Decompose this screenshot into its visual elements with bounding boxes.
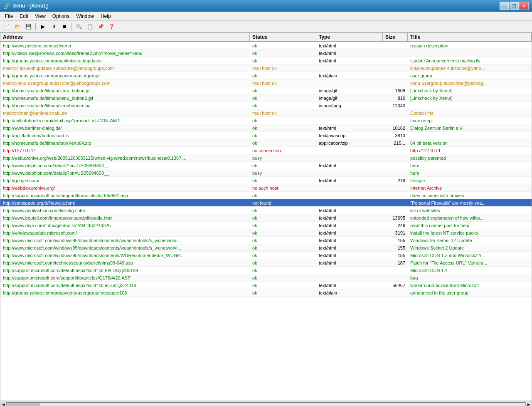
table-row[interactable]: http://www.delphion.com/details?pn=US056… [0, 162, 532, 169]
cell-address: http://support.microsoft.com/support/kb/… [0, 193, 250, 198]
table-row[interactable]: http://www.microsoft.com/windows95/downl… [0, 252, 532, 259]
save-button[interactable]: 💾 [23, 22, 33, 31]
cell-type [316, 120, 383, 121]
table-row[interactable]: http://groups.yahoo.com/group/xenu-userg… [0, 289, 532, 297]
table-row[interactable]: mailto:tilman@berliner.snafu.de mail hos… [0, 109, 532, 117]
table-row[interactable]: http://www.delphion.com/details?pn=US056… [0, 169, 532, 177]
cell-type: text/html [316, 58, 383, 64]
table-row[interactable]: http://google.com/ ok text/html 219 Goog… [0, 177, 532, 184]
table-row[interactable]: http://samspade.org/d/firewalls.html not… [0, 199, 532, 207]
cell-status: ok [250, 245, 316, 251]
stop-button[interactable]: ⏹ [59, 22, 69, 31]
menu-window[interactable]: Window [73, 12, 97, 20]
pause-button[interactable]: ⏸ [49, 22, 59, 31]
cell-status: ok [250, 208, 316, 213]
col-address: Address [0, 33, 250, 41]
table-row[interactable]: http://videos.webpronews.com/video/frame… [0, 50, 532, 57]
hscroll-right[interactable]: ▶ [525, 402, 532, 406]
table-row[interactable]: http://home.snafu.de/tilman/tmp/Xenu64.z… [0, 139, 532, 147]
cell-status: no such host [250, 185, 316, 191]
help-button[interactable]: ❓ [106, 22, 116, 31]
table-row[interactable]: http://www.microsoft.com/windows95/downl… [0, 244, 532, 252]
cell-title: here [408, 170, 532, 176]
cell-title: does not work with proxies [408, 193, 532, 198]
table-row[interactable]: http://support.microsoft.com/support/kb/… [0, 192, 532, 199]
cell-status: ok [250, 230, 316, 236]
cell-status: ok [250, 238, 316, 243]
table-row[interactable]: http://home.snafu.de/tilman/xenubanner.j… [0, 102, 532, 109]
cell-status: ok [250, 260, 316, 266]
table-row[interactable]: http://www.polezno.com/soft/xenu ok text… [0, 42, 532, 50]
cell-size [383, 150, 408, 151]
cell-status: ok [250, 253, 316, 258]
cell-address: http://home.snafu.de/tilman/tmp/Xenu64.z… [0, 140, 250, 146]
play-button[interactable]: ▶ [38, 22, 48, 31]
table-row[interactable]: http://www.deja.com/=dnc/getdoc.xp?AN=43… [0, 222, 532, 229]
table-row[interactable]: mailto:linksleuthupdates-subscribe@yahoo… [0, 64, 532, 72]
cell-size: 1508 [383, 88, 408, 94]
cell-status: ok [250, 215, 316, 221]
table-row[interactable]: http://www.microsoft.com/windows95/downl… [0, 237, 532, 244]
minimize-button[interactable]: ─ [500, 2, 509, 10]
cell-status: ok [250, 103, 316, 109]
cell-size: 249 [383, 223, 408, 228]
cell-status: ok [250, 193, 316, 198]
cell-status: ok [250, 267, 316, 273]
cell-type: text/html [316, 282, 383, 288]
table-row[interactable]: http://www.boutell.com/innards/xenuandwi… [0, 214, 532, 222]
cell-size [383, 203, 408, 203]
table-body[interactable]: http://www.polezno.com/soft/xenu ok text… [0, 42, 532, 401]
menu-help[interactable]: Help [97, 12, 114, 20]
table-row[interactable]: http://www.berliner-dialog.de/ ok text/h… [0, 124, 532, 132]
table-row[interactable]: http://web.archive.org/web/2005120305512… [0, 154, 532, 162]
table-row[interactable]: http://groups.yahoo.com/group/linksleuth… [0, 57, 532, 64]
copy-button[interactable]: 📋 [85, 22, 95, 31]
cell-address: http://web.archive.org/web/2005120305512… [0, 155, 250, 161]
find-button[interactable]: 🔍 [74, 22, 84, 31]
menu-edit[interactable]: Edit [16, 12, 32, 20]
cell-status: mail host ok [250, 65, 316, 71]
table-row[interactable]: http://support.microsoft.com/default.asp… [0, 267, 532, 274]
cell-address: http://www.microsoft.com/windows95/downl… [0, 245, 250, 251]
table-row[interactable]: mailto:xenu-usergroup-subscribe@yahoogro… [0, 79, 532, 87]
table-row[interactable]: http://home.snafu.de/tilman/xenu_button.… [0, 87, 532, 94]
cell-title: Google [408, 178, 532, 183]
hscroll-track[interactable] [7, 402, 525, 406]
cell-type: text/html [316, 178, 383, 183]
hscroll-left[interactable]: ◀ [0, 402, 7, 406]
table-row[interactable]: http://www.microsoft.com/technet/securit… [0, 259, 532, 267]
cell-size: 3191 [383, 230, 408, 236]
cell-type [316, 270, 383, 271]
open-button[interactable]: 📂 [12, 22, 22, 31]
hscroll-area[interactable]: ◀ ▶ [0, 401, 532, 406]
table-row[interactable]: http://groups.yahoo.com/group/xenu-userg… [0, 72, 532, 79]
table-row[interactable]: http://www.andifashion.com/linkckg.shtm … [0, 207, 532, 214]
new-button[interactable]: 📄 [2, 22, 12, 31]
cell-status: ok [250, 88, 316, 94]
table-row[interactable]: http://webdev.archive.org/ no such host … [0, 184, 532, 192]
table-row[interactable]: http://api.flattr.com/button/load.js ok … [0, 132, 532, 139]
cell-status: ok [250, 282, 316, 288]
cell-title: Contact me [408, 110, 532, 116]
cell-status: ok [250, 140, 316, 146]
table-row[interactable]: http://127.0.0.1/ no connection http://1… [0, 147, 532, 154]
table-row[interactable]: http://home.snafu.de/tilman/xenu_button2… [0, 94, 532, 102]
restore-button[interactable]: ❐ [510, 2, 519, 10]
table-row[interactable]: http://support.microsoft.com/support/kb/… [0, 274, 532, 282]
cell-title: [Linkcheck by Xenu!] [408, 88, 532, 94]
cell-title: install the latest NT service packs [408, 230, 532, 236]
cell-title: Dialog Zentrum Berlin e.V. [408, 125, 532, 131]
table-row[interactable]: http://support.microsoft.com/default.asp… [0, 282, 532, 289]
col-type: Type [316, 33, 383, 41]
menu-file[interactable]: File [2, 12, 16, 20]
table-row[interactable]: http://cultinfobooks.com/detail.asp?prod… [0, 117, 532, 124]
cell-size [383, 195, 408, 196]
cell-size [383, 292, 408, 293]
menu-options[interactable]: Options [49, 12, 73, 20]
close-button[interactable]: ✕ [520, 2, 529, 10]
paste-button[interactable]: 📌 [96, 22, 106, 31]
hscroll-thumb[interactable] [7, 403, 40, 406]
cell-title: "Personal Firewalls" are mostly sna... [408, 200, 532, 206]
menu-view[interactable]: View [32, 12, 49, 20]
table-row[interactable]: http://windowsupdate.microsoft.com/ ok t… [0, 229, 532, 237]
